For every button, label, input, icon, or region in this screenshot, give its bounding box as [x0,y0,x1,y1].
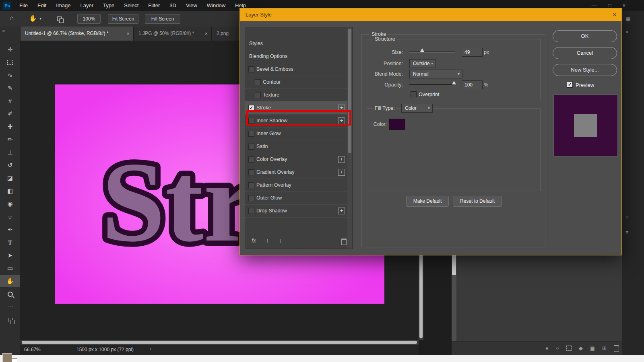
opacity-slider[interactable] [409,80,455,86]
clone-stamp-tool[interactable]: ⊥ [0,146,20,158]
tab-close-icon[interactable]: × [204,27,208,41]
list-item-pattern-overlay[interactable]: Pattern Overlay [245,179,348,192]
gradient-tool[interactable]: ◧ [0,185,20,197]
size-slider[interactable] [409,48,455,53]
quick-selection-tool[interactable]: ✎ [0,82,20,94]
satin-checkbox[interactable] [248,144,254,150]
layer-effects-icon[interactable]: ○ [556,345,559,351]
adjustment-layer-icon[interactable]: ◆ [579,345,583,351]
expand-panels-icon[interactable]: » [625,29,628,35]
crop-tool[interactable]: # [0,95,20,107]
dialog-close-icon[interactable]: × [613,8,617,21]
toolbar-collapse-icon[interactable]: » [2,28,5,33]
menu-window[interactable]: Window [202,0,230,11]
default-colors-tool[interactable] [0,314,20,326]
delete-style-icon[interactable] [341,239,347,245]
outer-glow-checkbox[interactable] [248,195,254,201]
preview-checkbox[interactable] [567,82,573,88]
fx-icon[interactable]: fx [252,237,256,244]
menu-select[interactable]: Select [119,0,143,11]
opacity-input[interactable] [462,80,483,89]
brush-tool[interactable]: ✏ [0,134,20,146]
minimize-icon[interactable]: — [592,2,597,8]
zoom-tool[interactable] [0,288,20,300]
hand-tool[interactable]: ✋ [0,275,20,287]
edit-toolbar-tool[interactable]: ⋯ [0,301,20,313]
list-item-satin[interactable]: Satin [245,140,348,153]
gradient-overlay-checkbox[interactable] [248,169,254,175]
type-tool[interactable]: T [0,237,20,249]
new-group-icon[interactable]: ▣ [590,345,595,351]
list-item-styles[interactable]: Styles [245,37,348,50]
add-color-overlay-icon[interactable] [338,156,345,163]
move-tool[interactable]: ✛ [0,43,20,56]
size-input[interactable] [462,48,483,57]
pattern-overlay-checkbox[interactable] [248,182,254,188]
list-item-bevel-emboss[interactable]: Bevel & Emboss [245,63,348,76]
lasso-tool[interactable]: ∿ [0,69,20,81]
menu-filter[interactable]: Filter [143,0,165,11]
menu-layer[interactable]: Layer [76,0,99,11]
add-mask-icon[interactable] [566,346,572,351]
link-layers-icon[interactable]: ● [545,345,549,351]
canvas-horizontal-scrollbar[interactable] [20,340,419,345]
eraser-tool[interactable]: ◪ [0,172,20,184]
menu-edit[interactable]: Edit [33,0,51,11]
texture-checkbox[interactable] [255,92,261,98]
make-default-button[interactable]: Make Default [406,196,449,207]
panel-grid-icon[interactable]: ▦ [625,16,630,22]
drop-shadow-checkbox[interactable] [248,208,254,214]
fit-screen-button[interactable]: Fit Screen [108,14,138,24]
new-layer-icon[interactable]: ⊞ [602,345,607,351]
collapsed-panel-icon[interactable]: ≡ [625,229,629,235]
bevel-emboss-checkbox[interactable] [248,66,254,72]
home-icon[interactable]: ⌂ [10,14,14,22]
list-item-texture[interactable]: Texture [245,88,348,102]
marquee-tool[interactable] [0,56,20,68]
zoom-level-button[interactable]: 100% [77,14,101,24]
menu-view[interactable]: View [181,0,202,11]
menu-3d[interactable]: 3D [165,0,181,11]
collapsed-panel-icon[interactable]: ≡ [625,214,629,220]
reset-to-default-button[interactable]: Reset to Default [453,196,502,207]
list-item-color-overlay[interactable]: Color Overlay [245,153,348,166]
move-style-down-icon[interactable]: ↓ [279,237,282,244]
hand-tool-icon[interactable]: ✋ [29,14,37,22]
list-item-drop-shadow[interactable]: Drop Shadow [245,204,348,218]
chevron-down-icon[interactable]: ▾ [39,16,41,21]
fill-screen-button[interactable]: Fill Screen [145,14,180,24]
add-gradient-overlay-icon[interactable] [338,169,345,176]
color-overlay-checkbox[interactable] [248,156,254,162]
pen-tool[interactable]: ✒ [0,224,20,236]
close-icon[interactable]: × [622,2,625,8]
arrange-windows-icon[interactable] [57,15,62,23]
dodge-tool[interactable]: ☼ [0,211,20,223]
menu-image[interactable]: Image [51,0,75,11]
menu-file[interactable]: File [14,0,33,11]
healing-brush-tool[interactable]: ✚ [0,121,20,133]
list-item-gradient-overlay[interactable]: Gradient Overlay [245,166,348,179]
tab-close-icon[interactable]: × [126,27,130,41]
inner-glow-checkbox[interactable] [248,131,254,137]
inner-shadow-checkbox[interactable] [248,118,254,124]
position-dropdown[interactable]: Outside ▾ [409,59,436,68]
history-brush-tool[interactable]: ↺ [0,159,20,171]
dialog-title-bar[interactable]: Layer Style × [240,8,621,21]
stroke-color-swatch[interactable] [389,119,405,130]
tab-1-jpg[interactable]: 1.JPG @ 50% (RGB/8#) * × [134,27,211,41]
status-chevron-icon[interactable]: › [150,346,151,352]
list-item-inner-shadow[interactable]: Inner Shadow [245,114,348,128]
contour-checkbox[interactable] [255,79,261,85]
new-style-button[interactable]: New Style... [553,64,617,76]
overprint-checkbox[interactable] [411,91,417,97]
blend-mode-dropdown[interactable]: Normal ▾ [409,70,462,78]
list-item-contour[interactable]: Contour [245,76,348,89]
add-drop-shadow-icon[interactable] [338,208,345,214]
delete-layer-icon[interactable] [614,345,619,352]
blur-tool[interactable]: ◉ [0,198,20,210]
add-inner-shadow-icon[interactable] [338,117,345,124]
foreground-color-swatch[interactable] [2,353,12,362]
eyedropper-tool[interactable]: ✐ [0,108,20,120]
list-item-inner-glow[interactable]: Inner Glow [245,127,348,140]
list-item-blending-options[interactable]: Blending Options [245,50,348,63]
